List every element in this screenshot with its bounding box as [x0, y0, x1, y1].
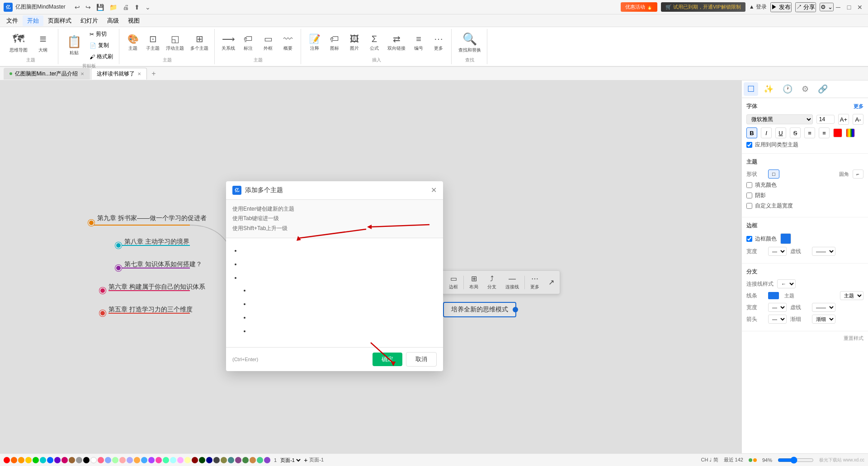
color-darkgray[interactable] [213, 457, 220, 463]
color-maroon[interactable] [235, 457, 241, 463]
promo-button[interactable]: 优惠活动 🔥 [621, 2, 657, 12]
ribbon-format-brush[interactable]: 🖌 格式刷 [87, 52, 115, 62]
undo-button[interactable]: ↩ [73, 3, 82, 12]
border-color-swatch[interactable] [780, 233, 791, 244]
tab-product-intro[interactable]: 亿图脑图Min...ter产品介绍 ✕ [4, 68, 90, 80]
ribbon-cut[interactable]: ✂ 剪切 [87, 29, 115, 39]
border-color-checkbox[interactable] [746, 236, 752, 242]
topic-item-2[interactable] [241, 258, 437, 272]
apply-same-type-checkbox[interactable] [746, 142, 752, 148]
ribbon-note[interactable]: 📝 注释 [306, 32, 324, 53]
share-button[interactable]: ↗ 分享 [795, 2, 816, 12]
strikethrough-button[interactable]: S [790, 127, 801, 138]
open-button[interactable]: 📁 [108, 3, 119, 12]
subtopic-item-4[interactable] [250, 326, 437, 339]
color-darkgreen[interactable] [199, 457, 205, 463]
color-darkblue[interactable] [206, 457, 212, 463]
color-olive[interactable] [221, 457, 227, 463]
color-amber[interactable] [134, 457, 140, 463]
more-tb-button[interactable]: ⌄ [143, 3, 152, 12]
connection-style-select[interactable]: ← [777, 279, 796, 288]
ribbon-subtopic[interactable]: ⊡ 子主题 [144, 32, 162, 53]
tab-reading[interactable]: 这样读书就够了 ✕ [91, 68, 147, 80]
shadow-checkbox[interactable] [746, 193, 752, 198]
color-pink2[interactable] [98, 457, 104, 463]
export-button[interactable]: ⬆ [132, 3, 142, 12]
menu-advanced[interactable]: 高级 [103, 15, 123, 26]
color-forest[interactable] [242, 457, 249, 463]
color-orange[interactable] [18, 457, 24, 463]
ribbon-find-replace[interactable]: 🔍 查找和替换 [456, 31, 483, 55]
topic-item-1[interactable] [241, 245, 437, 258]
dialog-close-button[interactable]: ✕ [431, 186, 437, 194]
add-page-button[interactable]: + [304, 457, 307, 464]
subtopic-item-3[interactable] [250, 312, 437, 326]
corner-style-button[interactable]: ⌐ [853, 169, 863, 179]
ribbon-relation-line[interactable]: ⟶ 关系线 [219, 32, 237, 53]
font-color-picker[interactable] [833, 128, 842, 137]
login-button[interactable]: ▲ 登录 [749, 3, 767, 11]
ribbon-image[interactable]: 🖼 图片 [345, 33, 363, 53]
tab-add-button[interactable]: + [148, 68, 159, 80]
align-left[interactable]: ≡ [804, 127, 815, 138]
underline-button[interactable]: U [775, 127, 786, 138]
color-magenta[interactable] [177, 457, 184, 463]
tab-close-1[interactable]: ✕ [80, 71, 84, 76]
confirm-button[interactable]: 确定 [373, 353, 402, 366]
cancel-button[interactable]: 取消 [406, 352, 437, 367]
menu-file[interactable]: 文件 [2, 15, 23, 26]
ribbon-multi-theme[interactable]: ⊞ 多个主题 [188, 32, 211, 53]
bold-button[interactable]: B [746, 127, 757, 138]
ribbon-outline[interactable]: ≡ 大纲 [32, 31, 54, 55]
italic-button[interactable]: I [761, 127, 772, 138]
color-teal[interactable] [228, 457, 234, 463]
subtopic-item-2[interactable] [250, 299, 437, 312]
color-red[interactable] [4, 457, 10, 463]
vip-button[interactable]: 🛒 试用已到期，开通VIP解锁限制 [661, 2, 745, 12]
minimize-button[interactable]: ─ [834, 3, 843, 12]
color-mint[interactable] [163, 457, 169, 463]
font-size-increase[interactable]: A+ [838, 114, 849, 125]
color-blue[interactable] [47, 457, 53, 463]
color-yellow[interactable] [25, 457, 32, 463]
highlight-color-picker[interactable] [846, 128, 855, 137]
font-size-decrease[interactable]: A- [853, 114, 863, 125]
menu-start[interactable]: 开始 [23, 15, 43, 26]
panel-tab-link[interactable]: 🔗 [814, 82, 831, 96]
color-skyblue[interactable] [141, 457, 147, 463]
ribbon-paste[interactable]: 📋 粘贴 [63, 33, 85, 57]
color-lavender[interactable] [127, 457, 133, 463]
tab-close-2[interactable]: ✕ [137, 71, 141, 76]
panel-tab-format[interactable]: ☐ [744, 82, 758, 96]
color-darkred[interactable] [192, 457, 198, 463]
menu-page-style[interactable]: 页面样式 [43, 15, 76, 26]
color-orange-dark[interactable] [11, 457, 17, 463]
ribbon-formula[interactable]: Σ 公式 [365, 33, 383, 53]
ribbon-numbering[interactable]: ≡ 编号 [410, 33, 428, 53]
color-white[interactable] [90, 457, 97, 463]
subtopic-item-1[interactable] [250, 285, 437, 299]
border-width-select[interactable]: — [768, 247, 787, 256]
branch-theme-select[interactable]: 主题 [840, 291, 863, 300]
color-lightred[interactable] [119, 457, 126, 463]
more-font-link[interactable]: 更多 [854, 103, 863, 110]
print-button[interactable]: 🖨 [121, 3, 131, 12]
page-selector[interactable]: 页面-1 [278, 457, 302, 463]
menu-view[interactable]: 视图 [123, 15, 144, 26]
canvas[interactable]: 第九章 拆书家——做一个学习的促进者 第八章 主动学习的境界 第七章 知识体系如… [0, 80, 741, 453]
reset-style-button[interactable]: 重置样式 [844, 335, 863, 342]
branch-style-select[interactable]: —— [812, 303, 835, 312]
align-center[interactable]: ≡ [819, 127, 830, 138]
color-indigo[interactable] [264, 457, 270, 463]
ribbon-label[interactable]: 🏷 标注 [239, 33, 257, 53]
branch-gradient-select[interactable]: 渐细 [812, 315, 835, 324]
panel-tab-history[interactable]: 🕐 [779, 82, 796, 96]
color-purple[interactable] [54, 457, 61, 463]
border-style-select[interactable]: —— [812, 247, 835, 256]
color-lightgreen[interactable] [112, 457, 118, 463]
color-brown[interactable] [69, 457, 75, 463]
lang-indicator[interactable]: CH ♩ 简 [701, 457, 718, 463]
ribbon-copy[interactable]: 📄 复制 [87, 40, 115, 51]
ribbon-frame[interactable]: ▭ 外框 [259, 32, 277, 53]
color-jade[interactable] [257, 457, 263, 463]
